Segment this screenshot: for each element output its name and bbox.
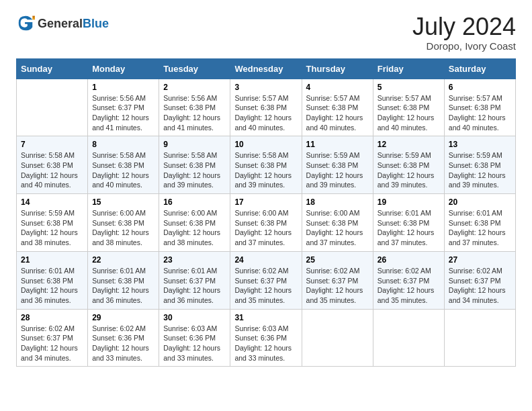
logo-general: General: [38, 17, 83, 30]
calendar-cell: [17, 79, 88, 136]
col-header-monday: Monday: [88, 58, 159, 79]
day-info: Sunrise: 6:00 AM Sunset: 6:38 PM Dayligh…: [234, 208, 297, 248]
day-info: Sunrise: 6:00 AM Sunset: 6:38 PM Dayligh…: [163, 208, 226, 248]
day-info: Sunrise: 6:01 AM Sunset: 6:38 PM Dayligh…: [449, 208, 511, 248]
calendar-cell: 16Sunrise: 6:00 AM Sunset: 6:38 PM Dayli…: [159, 194, 230, 252]
day-info: Sunrise: 6:01 AM Sunset: 6:38 PM Dayligh…: [92, 266, 154, 306]
calendar-cell: 25Sunrise: 6:02 AM Sunset: 6:37 PM Dayli…: [302, 251, 373, 309]
col-header-tuesday: Tuesday: [159, 58, 230, 79]
day-number: 9: [163, 140, 226, 149]
day-info: Sunrise: 6:03 AM Sunset: 6:36 PM Dayligh…: [163, 324, 226, 363]
calendar-cell: 31Sunrise: 6:03 AM Sunset: 6:36 PM Dayli…: [230, 309, 302, 367]
day-info: Sunrise: 5:57 AM Sunset: 6:38 PM Dayligh…: [449, 93, 511, 133]
day-info: Sunrise: 5:58 AM Sunset: 6:38 PM Dayligh…: [234, 150, 297, 190]
day-number: 30: [163, 313, 226, 322]
day-number: 18: [306, 197, 369, 207]
day-info: Sunrise: 5:59 AM Sunset: 6:38 PM Dayligh…: [449, 150, 511, 190]
week-row: 7Sunrise: 5:58 AM Sunset: 6:38 PM Daylig…: [17, 136, 516, 194]
calendar-cell: 18Sunrise: 6:00 AM Sunset: 6:38 PM Dayli…: [302, 194, 373, 252]
calendar-cell: 13Sunrise: 5:59 AM Sunset: 6:38 PM Dayli…: [444, 136, 515, 194]
day-info: Sunrise: 6:01 AM Sunset: 6:37 PM Dayligh…: [163, 266, 226, 306]
day-info: Sunrise: 6:00 AM Sunset: 6:38 PM Dayligh…: [92, 208, 154, 248]
calendar-cell: 11Sunrise: 5:59 AM Sunset: 6:38 PM Dayli…: [302, 136, 373, 194]
calendar-cell: 29Sunrise: 6:02 AM Sunset: 6:36 PM Dayli…: [88, 309, 159, 367]
calendar-cell: 22Sunrise: 6:01 AM Sunset: 6:38 PM Dayli…: [88, 251, 159, 309]
calendar-cell: 24Sunrise: 6:02 AM Sunset: 6:37 PM Dayli…: [230, 251, 302, 309]
main-title: July 2024: [412, 13, 516, 40]
calendar-cell: [373, 309, 444, 367]
calendar-cell: 26Sunrise: 6:02 AM Sunset: 6:37 PM Dayli…: [373, 251, 444, 309]
day-info: Sunrise: 6:02 AM Sunset: 6:36 PM Dayligh…: [92, 324, 154, 363]
day-number: 27: [449, 255, 511, 265]
day-number: 10: [234, 140, 297, 149]
day-info: Sunrise: 5:57 AM Sunset: 6:38 PM Dayligh…: [306, 93, 369, 133]
day-number: 31: [234, 313, 297, 322]
day-number: 1: [92, 83, 154, 92]
logo: GeneralBlue: [16, 13, 109, 35]
day-info: Sunrise: 6:00 AM Sunset: 6:38 PM Dayligh…: [306, 208, 369, 248]
day-info: Sunrise: 6:01 AM Sunset: 6:38 PM Dayligh…: [21, 266, 83, 306]
day-number: 23: [163, 255, 226, 265]
page-header: GeneralBlue July 2024 Doropo, Ivory Coas…: [16, 13, 516, 52]
calendar-cell: 12Sunrise: 5:59 AM Sunset: 6:38 PM Dayli…: [373, 136, 444, 194]
col-header-friday: Friday: [373, 58, 444, 79]
logo-blue: Blue: [83, 17, 109, 30]
calendar-table: SundayMondayTuesdayWednesdayThursdayFrid…: [16, 58, 516, 367]
day-number: 17: [234, 197, 297, 207]
calendar-cell: 9Sunrise: 5:58 AM Sunset: 6:38 PM Daylig…: [159, 136, 230, 194]
day-number: 3: [234, 83, 297, 92]
day-number: 14: [21, 197, 83, 207]
day-info: Sunrise: 6:02 AM Sunset: 6:37 PM Dayligh…: [234, 266, 297, 306]
calendar-cell: 5Sunrise: 5:57 AM Sunset: 6:38 PM Daylig…: [373, 79, 444, 136]
calendar-cell: 21Sunrise: 6:01 AM Sunset: 6:38 PM Dayli…: [17, 251, 88, 309]
calendar-cell: 3Sunrise: 5:57 AM Sunset: 6:38 PM Daylig…: [230, 79, 302, 136]
col-header-thursday: Thursday: [302, 58, 373, 79]
day-info: Sunrise: 5:56 AM Sunset: 6:37 PM Dayligh…: [92, 93, 154, 133]
calendar-cell: 6Sunrise: 5:57 AM Sunset: 6:38 PM Daylig…: [444, 79, 515, 136]
day-number: 7: [21, 140, 83, 149]
week-row: 1Sunrise: 5:56 AM Sunset: 6:37 PM Daylig…: [17, 79, 516, 136]
calendar-cell: 14Sunrise: 5:59 AM Sunset: 6:38 PM Dayli…: [17, 194, 88, 252]
day-number: 22: [92, 255, 154, 265]
day-number: 26: [378, 255, 440, 265]
logo-icon: [16, 13, 35, 35]
day-info: Sunrise: 5:59 AM Sunset: 6:38 PM Dayligh…: [306, 150, 369, 190]
day-number: 21: [21, 255, 83, 265]
day-info: Sunrise: 5:59 AM Sunset: 6:38 PM Dayligh…: [21, 208, 83, 248]
day-info: Sunrise: 6:02 AM Sunset: 6:37 PM Dayligh…: [378, 266, 440, 306]
calendar-cell: 7Sunrise: 5:58 AM Sunset: 6:38 PM Daylig…: [17, 136, 88, 194]
day-info: Sunrise: 5:56 AM Sunset: 6:38 PM Dayligh…: [163, 93, 226, 133]
subtitle: Doropo, Ivory Coast: [412, 40, 516, 52]
day-number: 4: [306, 83, 369, 92]
day-number: 19: [378, 197, 440, 207]
calendar-cell: 30Sunrise: 6:03 AM Sunset: 6:36 PM Dayli…: [159, 309, 230, 367]
day-number: 25: [306, 255, 369, 265]
day-number: 24: [234, 255, 297, 265]
day-info: Sunrise: 5:57 AM Sunset: 6:38 PM Dayligh…: [378, 93, 440, 133]
day-info: Sunrise: 6:02 AM Sunset: 6:37 PM Dayligh…: [449, 266, 511, 306]
day-number: 28: [21, 313, 83, 322]
day-info: Sunrise: 6:03 AM Sunset: 6:36 PM Dayligh…: [234, 324, 297, 363]
day-info: Sunrise: 5:57 AM Sunset: 6:38 PM Dayligh…: [234, 93, 297, 133]
day-number: 8: [92, 140, 154, 149]
day-number: 5: [378, 83, 440, 92]
week-row: 21Sunrise: 6:01 AM Sunset: 6:38 PM Dayli…: [17, 251, 516, 309]
col-header-sunday: Sunday: [17, 58, 88, 79]
day-info: Sunrise: 5:58 AM Sunset: 6:38 PM Dayligh…: [92, 150, 154, 190]
day-info: Sunrise: 5:58 AM Sunset: 6:38 PM Dayligh…: [21, 150, 83, 190]
day-number: 20: [449, 197, 511, 207]
week-row: 14Sunrise: 5:59 AM Sunset: 6:38 PM Dayli…: [17, 194, 516, 252]
calendar-cell: 1Sunrise: 5:56 AM Sunset: 6:37 PM Daylig…: [88, 79, 159, 136]
day-number: 16: [163, 197, 226, 207]
day-info: Sunrise: 6:01 AM Sunset: 6:38 PM Dayligh…: [378, 208, 440, 248]
day-number: 12: [378, 140, 440, 149]
day-info: Sunrise: 6:02 AM Sunset: 6:37 PM Dayligh…: [21, 324, 83, 363]
calendar-cell: 23Sunrise: 6:01 AM Sunset: 6:37 PM Dayli…: [159, 251, 230, 309]
calendar-cell: 8Sunrise: 5:58 AM Sunset: 6:38 PM Daylig…: [88, 136, 159, 194]
day-number: 13: [449, 140, 511, 149]
col-header-wednesday: Wednesday: [230, 58, 302, 79]
day-number: 11: [306, 140, 369, 149]
calendar-cell: 2Sunrise: 5:56 AM Sunset: 6:38 PM Daylig…: [159, 79, 230, 136]
day-info: Sunrise: 5:58 AM Sunset: 6:38 PM Dayligh…: [163, 150, 226, 190]
calendar-cell: 28Sunrise: 6:02 AM Sunset: 6:37 PM Dayli…: [17, 309, 88, 367]
